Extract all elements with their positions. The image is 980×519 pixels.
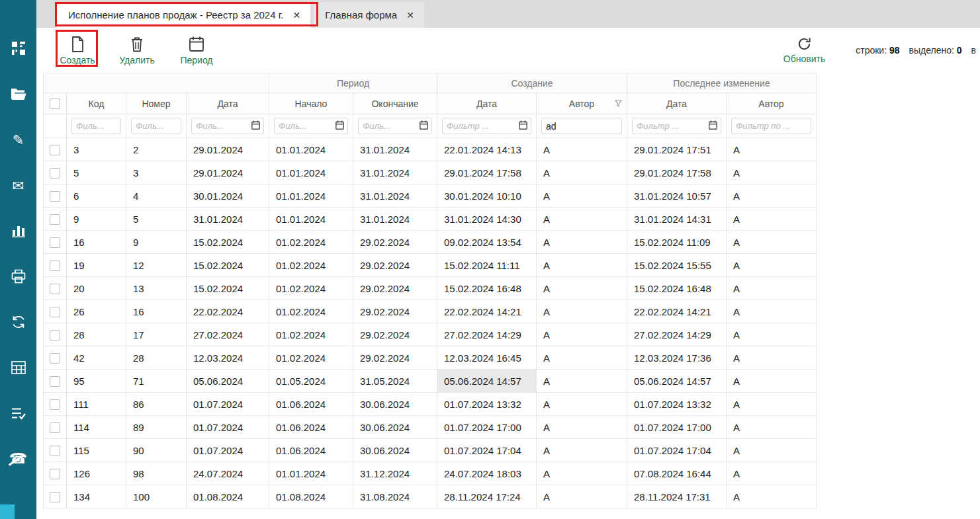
cell[interactable]: 01.07.2024 17:00	[437, 416, 537, 439]
cell[interactable]: 01.08.2024	[269, 485, 353, 508]
folder-icon[interactable]	[10, 85, 27, 102]
cell[interactable]: A	[537, 393, 627, 416]
cell[interactable]: 3	[126, 161, 187, 184]
cell[interactable]: 01.01.2024	[269, 184, 353, 208]
cell[interactable]: 30.06.2024	[353, 393, 437, 416]
table-row[interactable]: 191215.02.202401.02.202429.02.202415.02.…	[44, 254, 817, 277]
cell[interactable]: A	[537, 208, 627, 231]
cell[interactable]: A	[727, 231, 817, 254]
cell[interactable]: 01.02.2024	[269, 300, 353, 323]
cell[interactable]: 01.01.2024	[269, 462, 353, 485]
table-row[interactable]: 13410001.08.202401.08.202431.08.202428.1…	[44, 485, 817, 508]
cell[interactable]: A	[727, 416, 817, 439]
cell[interactable]: 71	[126, 370, 187, 393]
cell[interactable]: 01.02.2024	[269, 277, 353, 300]
table-row[interactable]: 422812.03.202401.02.202429.02.202412.03.…	[44, 346, 817, 370]
cell[interactable]: 89	[126, 416, 187, 439]
column-header-number[interactable]: Номер	[126, 93, 187, 114]
cell[interactable]: 4	[126, 184, 187, 208]
cell[interactable]: 22.02.2024 14:21	[627, 300, 727, 323]
cell[interactable]: A	[537, 485, 627, 508]
cell[interactable]: A	[727, 277, 817, 300]
cell[interactable]: 01.02.2024	[269, 231, 353, 254]
cell[interactable]: 12.03.2024 17:36	[627, 346, 727, 370]
cell[interactable]: A	[537, 184, 627, 208]
cell[interactable]: A	[537, 439, 627, 462]
cell[interactable]: 15.02.2024	[187, 277, 269, 300]
cell[interactable]: A	[727, 346, 817, 370]
row-checkbox[interactable]	[50, 237, 60, 248]
column-header-creation-author[interactable]: Автор	[537, 93, 627, 114]
cell[interactable]: A	[727, 439, 817, 462]
cell[interactable]: 100	[126, 485, 187, 508]
sync-icon[interactable]	[10, 313, 27, 331]
filter-creation-author-input[interactable]	[541, 118, 622, 134]
cell[interactable]: A	[727, 161, 817, 184]
cell[interactable]: 01.01.2024	[269, 208, 353, 231]
cell[interactable]: 95	[67, 370, 126, 393]
cell[interactable]: A	[537, 161, 627, 184]
cell[interactable]: 30.06.2024	[353, 439, 437, 462]
cell[interactable]: 2	[126, 138, 187, 161]
cell[interactable]: A	[537, 138, 627, 161]
delete-button[interactable]: Удалить	[118, 36, 156, 65]
cell[interactable]: 29.02.2024	[353, 254, 437, 277]
cell[interactable]: 31.01.2024	[353, 208, 437, 231]
column-header-change-author[interactable]: Автор	[727, 93, 817, 114]
cell[interactable]: A	[537, 370, 627, 393]
calendar-icon[interactable]	[335, 120, 344, 132]
table-row[interactable]: 1159001.07.202401.06.202430.06.202401.07…	[44, 439, 817, 462]
cell[interactable]: 01.07.2024 17:04	[627, 439, 727, 462]
row-checkbox[interactable]	[50, 399, 60, 410]
cell[interactable]: 31.01.2024 14:30	[437, 208, 537, 231]
cell[interactable]: 29.01.2024 17:58	[437, 161, 537, 184]
cell[interactable]: 42	[67, 346, 126, 370]
row-checkbox[interactable]	[50, 191, 60, 202]
column-header-creation-date[interactable]: Дата	[437, 93, 537, 114]
row-checkbox[interactable]	[50, 492, 60, 502]
calendar-icon[interactable]	[709, 120, 717, 132]
period-button[interactable]: Период	[177, 36, 216, 65]
cell[interactable]: 5	[126, 208, 187, 231]
cell[interactable]: 31.01.2024	[353, 184, 437, 208]
cell[interactable]: A	[727, 254, 817, 277]
row-checkbox[interactable]	[50, 446, 60, 456]
cell[interactable]: 90	[126, 439, 187, 462]
cell[interactable]: 12.03.2024 16:45	[437, 346, 537, 370]
cell[interactable]: 30.06.2024	[353, 416, 437, 439]
table-row[interactable]: 201315.02.202401.02.202429.02.202415.02.…	[44, 277, 817, 300]
cell[interactable]: 26	[67, 300, 126, 323]
cell[interactable]: 01.07.2024	[187, 439, 269, 462]
cell[interactable]: 31.01.2024	[187, 208, 269, 231]
select-all-checkbox[interactable]	[50, 99, 60, 109]
table-row[interactable]: 5329.01.202401.01.202431.01.202429.01.20…	[44, 161, 817, 184]
cell[interactable]: 22.02.2024 14:21	[437, 300, 537, 323]
cell[interactable]: 29.02.2024	[353, 300, 437, 323]
cell[interactable]: 27.02.2024 14:29	[627, 323, 727, 346]
cell[interactable]: 01.08.2024	[187, 485, 269, 508]
cell[interactable]: A	[727, 184, 817, 208]
column-header-change-date[interactable]: Дата	[627, 93, 727, 114]
cell[interactable]: 01.07.2024	[187, 416, 269, 439]
column-header-code[interactable]: Код	[67, 93, 126, 114]
cell[interactable]: 16	[126, 300, 187, 323]
table-row[interactable]: 281727.02.202401.02.202429.02.202427.02.…	[44, 323, 817, 346]
cell[interactable]: 01.02.2024	[269, 323, 353, 346]
cell[interactable]: 01.02.2024	[269, 254, 353, 277]
cell[interactable]: 9	[67, 208, 126, 231]
cell[interactable]: 31.01.2024 10:57	[627, 184, 727, 208]
cell[interactable]: 134	[67, 485, 126, 508]
table-row[interactable]: 1118601.07.202401.06.202430.06.202401.07…	[44, 393, 817, 416]
cell[interactable]: 22.02.2024	[187, 300, 269, 323]
cell[interactable]: 01.05.2024	[269, 370, 353, 393]
table-row[interactable]: 1148901.07.202401.06.202430.06.202401.07…	[44, 416, 817, 439]
cell[interactable]: 30.01.2024 10:10	[437, 184, 537, 208]
cell[interactable]: 01.07.2024 17:00	[627, 416, 727, 439]
create-button[interactable]: Создать	[58, 36, 97, 65]
cell[interactable]: 17	[126, 323, 187, 346]
filter-code-input[interactable]	[71, 118, 121, 134]
cell[interactable]: 29.01.2024 17:51	[627, 138, 727, 161]
data-table-icon[interactable]	[10, 359, 27, 376]
cell[interactable]: 01.06.2024	[269, 393, 353, 416]
filter-change-author-input[interactable]	[731, 118, 811, 134]
